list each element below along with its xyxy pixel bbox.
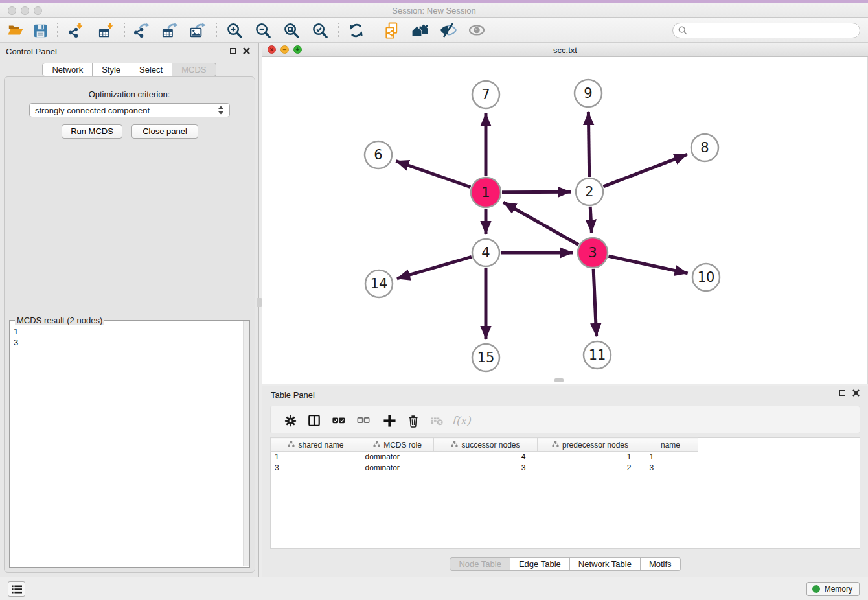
import-table-icon[interactable] — [97, 21, 115, 40]
tab-network[interactable]: Network — [42, 63, 93, 76]
svg-text:6: 6 — [374, 147, 382, 163]
cell-mcds-role[interactable]: dominator — [361, 452, 434, 463]
memory-label: Memory — [825, 584, 852, 594]
add-column-icon[interactable] — [381, 412, 398, 429]
edge-2-8[interactable] — [603, 154, 687, 186]
search-box[interactable] — [672, 23, 860, 38]
cell-predecessor-nodes[interactable]: 2 — [538, 462, 643, 473]
export-table-icon[interactable] — [161, 21, 179, 40]
node-14[interactable]: 14 — [365, 270, 393, 297]
save-session-icon[interactable] — [31, 21, 49, 40]
export-image-icon[interactable] — [188, 21, 207, 40]
mcds-result-box: MCDS result (2 nodes) 13 — [9, 320, 250, 568]
svg-text:1: 1 — [481, 185, 490, 200]
zoom-in-icon[interactable] — [225, 21, 244, 40]
column-header-mcds-role[interactable]: MCDS role — [361, 438, 434, 452]
network-canvas[interactable]: 1234678910111415 — [262, 57, 868, 384]
zoom-fit-icon[interactable] — [282, 21, 301, 40]
edge-2-3[interactable] — [590, 207, 591, 233]
tab-network-table[interactable]: Network Table — [570, 557, 641, 571]
node-4[interactable]: 4 — [472, 239, 499, 266]
column-header-successor-nodes[interactable]: successor nodes — [434, 438, 538, 452]
memory-button[interactable]: Memory — [806, 582, 860, 596]
zoom-out-icon[interactable] — [254, 21, 272, 40]
float-panel-icon[interactable] — [230, 48, 236, 54]
cell-name[interactable]: 3 — [643, 462, 698, 473]
export-network-icon[interactable] — [132, 21, 150, 40]
close-panel-icon[interactable] — [243, 47, 250, 54]
node-7[interactable]: 7 — [472, 81, 499, 108]
tab-edge-table[interactable]: Edge Table — [510, 557, 570, 571]
node-9[interactable]: 9 — [575, 80, 602, 107]
close-table-panel-icon[interactable] — [852, 389, 860, 397]
edge-1-2[interactable] — [502, 192, 571, 192]
edge-3-1[interactable] — [503, 202, 578, 245]
node-3[interactable]: 3 — [578, 238, 608, 268]
edge-1-6[interactable] — [396, 161, 470, 187]
node-6[interactable]: 6 — [365, 141, 392, 168]
function-builder-fx[interactable]: f(x) — [453, 412, 470, 429]
empty-header-space — [698, 438, 860, 452]
network-window-titlebar: × − + scc.txt — [262, 43, 868, 57]
cell-predecessor-nodes[interactable]: 1 — [538, 452, 643, 463]
edge-2-9[interactable] — [588, 112, 589, 177]
result-scrollbar[interactable] — [243, 321, 249, 566]
table-row[interactable]: 3 dominator 3 2 3 — [271, 462, 860, 473]
gear-icon[interactable] — [282, 412, 299, 429]
tab-node-table[interactable]: Node Table — [450, 557, 510, 571]
open-session-icon[interactable] — [6, 21, 25, 40]
select-all-icon[interactable] — [330, 412, 347, 429]
splitter-handle[interactable] — [257, 298, 262, 307]
empty-cell — [698, 452, 860, 463]
tab-style[interactable]: Style — [93, 63, 130, 76]
column-header-shared-name[interactable]: shared name — [271, 438, 361, 452]
cell-name[interactable]: 1 — [643, 452, 698, 463]
refresh-layout-icon[interactable] — [347, 21, 365, 40]
edge-3-10[interactable] — [608, 256, 687, 273]
tab-motifs[interactable]: Motifs — [641, 557, 681, 571]
node-10[interactable]: 10 — [692, 264, 720, 291]
column-header-predecessor-nodes[interactable]: predecessor nodes — [538, 438, 643, 452]
split-view-icon[interactable] — [306, 412, 323, 429]
float-table-panel-icon[interactable] — [839, 390, 845, 396]
delete-table-icon[interactable] — [429, 412, 446, 429]
home-icon[interactable] — [411, 21, 429, 40]
run-mcds-button[interactable]: Run MCDS — [62, 124, 122, 139]
node-2[interactable]: 2 — [576, 178, 603, 205]
control-panel-header: Control Panel — [0, 43, 258, 60]
cell-mcds-role[interactable]: dominator — [361, 462, 434, 473]
node-1[interactable]: 1 — [471, 178, 501, 207]
edge-3-11[interactable] — [593, 269, 597, 336]
import-network-icon[interactable] — [67, 21, 85, 40]
toolbar-separator — [216, 23, 217, 38]
tab-select[interactable]: Select — [130, 63, 172, 76]
hide-graphics-details-icon[interactable] — [439, 21, 457, 40]
cell-shared-name[interactable]: 3 — [271, 462, 361, 473]
close-panel-button[interactable]: Close panel — [131, 124, 198, 139]
show-graphics-details-icon[interactable] — [468, 21, 486, 40]
session-title: Session: New Session — [0, 6, 868, 16]
cell-shared-name[interactable]: 1 — [271, 452, 361, 463]
network-view-window: × − + scc.txt 1234678910111415 — [262, 43, 868, 384]
optimization-criterion-select[interactable]: strongly connected component — [29, 103, 230, 117]
zoom-selected-icon[interactable] — [311, 21, 329, 40]
edge-4-14[interactable] — [397, 257, 472, 278]
mcds-result-list[interactable]: 13 — [14, 326, 18, 348]
new-network-from-selection-icon[interactable] — [383, 21, 401, 40]
deselect-all-icon[interactable] — [355, 412, 372, 429]
search-input[interactable] — [691, 26, 854, 36]
show-task-history-button[interactable] — [8, 581, 25, 597]
node-8[interactable]: 8 — [691, 134, 718, 161]
delete-column-icon[interactable] — [405, 412, 422, 429]
table-row[interactable]: 1 dominator 4 1 1 — [271, 452, 860, 463]
cell-successor-nodes[interactable]: 3 — [434, 462, 538, 473]
result-item[interactable]: 3 — [14, 338, 18, 347]
result-item[interactable]: 1 — [14, 327, 18, 336]
node-11[interactable]: 11 — [584, 341, 611, 369]
column-header-name[interactable]: name — [643, 438, 698, 452]
tab-mcds[interactable]: MCDS — [172, 63, 216, 76]
canvas-scroll-handle[interactable] — [554, 378, 564, 382]
cell-successor-nodes[interactable]: 4 — [434, 452, 538, 463]
node-table[interactable]: shared name MCDS role successor nodes pr… — [270, 437, 860, 549]
node-15[interactable]: 15 — [472, 344, 499, 371]
